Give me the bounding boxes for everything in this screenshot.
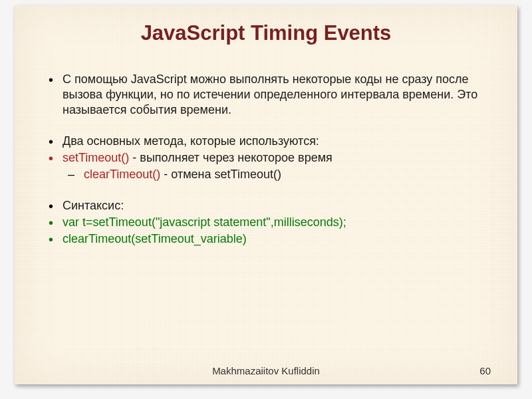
slide-content: С помощью JavaScript можно выполнять нек… <box>47 72 491 248</box>
bullet-intro: С помощью JavaScript можно выполнять нек… <box>47 72 491 118</box>
slide-body: JavaScript Timing Events С помощью JavaS… <box>15 5 517 384</box>
text-syntax-heading: Синтаксис: <box>63 199 124 212</box>
spacer <box>47 119 491 134</box>
text-cleartimeout-desc: - отмена setTimeout() <box>160 168 281 181</box>
spacer <box>47 184 491 198</box>
slide-frame: JavaScript Timing Events С помощью JavaS… <box>0 0 532 399</box>
bullet-syntax-heading: Синтаксис: <box>47 198 491 213</box>
text-settimeout-name: setTimeout() <box>63 151 129 164</box>
footer-author: Makhmazaiitov Kufliddin <box>15 365 517 376</box>
text-syntax-settimeout: var t=setTimeout("javascript statement",… <box>63 215 346 229</box>
text-syntax-cleartimeout: clearTimeout(setTimeout_variable) <box>63 232 247 245</box>
text-settimeout-desc: - выполняет через некоторое время <box>129 151 332 164</box>
text-intro: С помощью JavaScript можно выполнять нек… <box>63 72 477 116</box>
bullet-syntax-cleartimeout: clearTimeout(setTimeout_variable) <box>47 231 491 247</box>
bullet-settimeout: setTimeout() - выполняет через некоторое… <box>47 150 491 166</box>
text-cleartimeout-name: clearTimeout() <box>84 168 160 181</box>
slide-title: JavaScript Timing Events <box>15 21 517 45</box>
text-methods-heading: Два основных метода, которые используютс… <box>63 134 319 148</box>
bullet-syntax-settimeout: var t=setTimeout("javascript statement",… <box>47 215 491 230</box>
footer-page-number: 60 <box>479 365 491 376</box>
subbullet-cleartimeout: clearTimeout() - отмена setTimeout() <box>47 167 491 182</box>
bullet-methods-heading: Два основных метода, которые используютс… <box>47 134 491 149</box>
